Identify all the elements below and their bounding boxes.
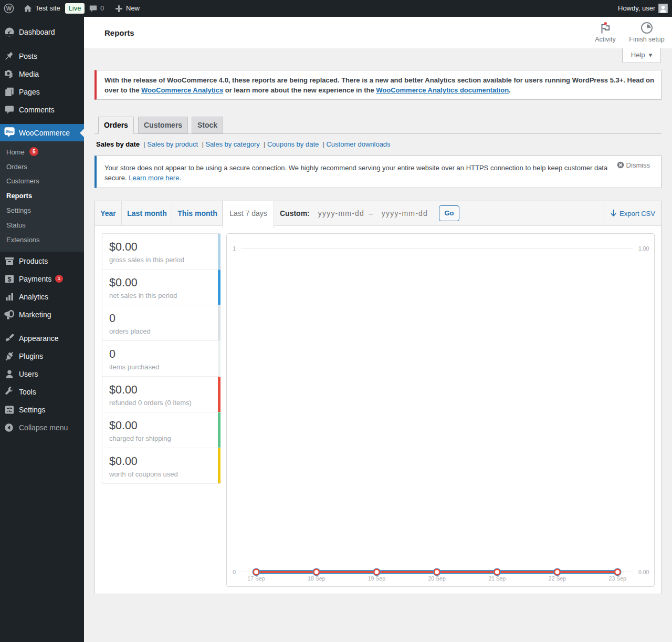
svg-text:17 Sep: 17 Sep	[247, 575, 265, 582]
svg-text:21 Sep: 21 Sep	[488, 575, 506, 582]
svg-text:Woo: Woo	[6, 130, 13, 133]
svg-text:1.00: 1.00	[638, 245, 649, 252]
svg-text:0.00: 0.00	[638, 569, 649, 575]
svg-text:19 Sep: 19 Sep	[368, 575, 385, 582]
svg-text:1: 1	[233, 245, 236, 252]
svg-text:0: 0	[233, 569, 236, 575]
svg-text:23 Sep: 23 Sep	[609, 575, 626, 582]
svg-text:$: $	[8, 276, 12, 283]
svg-text:18 Sep: 18 Sep	[308, 575, 325, 582]
svg-text:22 Sep: 22 Sep	[549, 575, 566, 582]
svg-text:W: W	[6, 5, 12, 12]
svg-text:20 Sep: 20 Sep	[428, 575, 445, 582]
